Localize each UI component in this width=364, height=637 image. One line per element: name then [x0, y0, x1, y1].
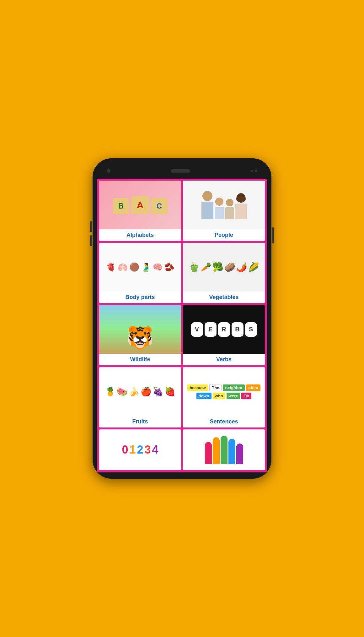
sensor-dot-2	[255, 170, 257, 172]
organ-kidney: 🫘	[164, 262, 174, 272]
sentences-cell[interactable]: because The neighbor often down who were…	[183, 367, 265, 427]
verb-letter-v: V	[191, 322, 203, 337]
bodyparts-label: Body parts	[99, 291, 181, 303]
organ-brain: 🧠	[153, 262, 163, 272]
organ-lungs: 🫁	[118, 262, 128, 272]
category-grid: B A C Alphabets	[97, 179, 267, 472]
alphabet-blocks: B A C	[113, 196, 168, 214]
front-camera	[107, 169, 110, 173]
block-b: B	[113, 198, 129, 214]
volume-down-button[interactable]	[90, 235, 92, 246]
word-neighbor: neighbor	[223, 384, 245, 391]
num-3: 3	[145, 443, 151, 456]
veg-broccoli: 🥦	[212, 262, 223, 272]
sensor-dot-1	[250, 170, 253, 172]
power-button[interactable]	[272, 227, 274, 243]
verb-letter-r: R	[218, 322, 230, 337]
speaker	[171, 169, 190, 173]
block-c: C	[151, 198, 168, 214]
family-group	[201, 191, 247, 219]
verbs-image: V E R B S	[183, 305, 265, 354]
volume-up-button[interactable]	[90, 221, 92, 232]
organ-heart: 🫀	[106, 262, 116, 272]
block-a: A	[131, 196, 149, 214]
wildlife-image: 🐯	[99, 305, 181, 354]
verbs-cell[interactable]: V E R B S Verbs	[183, 305, 265, 365]
phone-screen: B A C Alphabets	[97, 179, 267, 472]
vegetables-label: Vegetables	[183, 291, 265, 303]
fruits-label: Fruits	[99, 416, 181, 427]
wildlife-cell[interactable]: 🐯 Wildlife	[99, 305, 181, 365]
bodyparts-cell[interactable]: 🫀 🫁 🟤 🫃 🧠 🫘 Body parts	[99, 243, 181, 303]
organ-stomach: 🫃	[141, 262, 151, 272]
word-down: down	[196, 393, 211, 399]
people-cell[interactable]: People	[183, 181, 265, 241]
fruit-grapes: 🍇	[153, 386, 163, 397]
veg-pepper: 🫑	[189, 262, 200, 272]
person-child1	[215, 198, 224, 219]
finger-purple	[236, 444, 243, 464]
num-2: 2	[137, 443, 143, 456]
num-1: 1	[129, 443, 136, 456]
numbers-image: 0 1 2 3 4	[99, 429, 181, 470]
word-tags-container: because The neighbor often down who were…	[185, 384, 262, 399]
people-label: People	[183, 229, 265, 241]
phone-device: B A C Alphabets	[93, 158, 271, 479]
fruit-pineapple: 🍍	[105, 386, 116, 397]
veg-red-pepper: 🌶️	[236, 262, 247, 272]
colors-cell[interactable]	[183, 429, 265, 470]
fruit-apple: 🍎	[141, 386, 152, 397]
finger-green	[221, 436, 228, 464]
colors-image	[183, 429, 265, 470]
wildlife-label: Wildlife	[99, 354, 181, 365]
verb-letter-e: E	[205, 322, 217, 337]
word-the: The	[209, 384, 222, 391]
word-because: because	[187, 384, 208, 391]
fruit-watermelon: 🍉	[117, 386, 128, 397]
veg-carrot: 🥕	[201, 262, 211, 272]
veg-potato: 🥔	[224, 262, 235, 272]
vegetables-image: 🫑 🥕 🥦 🥔 🌶️ 🌽	[183, 243, 265, 291]
sentences-image: because The neighbor often down who were…	[183, 367, 265, 416]
tiger-icon: 🐯	[126, 325, 154, 351]
veg-corn: 🌽	[248, 262, 259, 272]
bodyparts-image: 🫀 🫁 🟤 🫃 🧠 🫘	[99, 243, 181, 291]
finger-blue	[228, 439, 235, 464]
phone-top-bar	[97, 165, 267, 177]
num-4: 4	[152, 443, 158, 456]
verb-letter-s: S	[245, 322, 257, 337]
person-mom	[235, 193, 247, 219]
finger-orange	[213, 437, 220, 464]
word-were: were	[227, 393, 240, 399]
word-who: who	[213, 393, 225, 399]
numbers-cell[interactable]: 0 1 2 3 4	[99, 429, 181, 470]
alphabets-image: B A C	[99, 181, 181, 229]
vegetables-cell[interactable]: 🫑 🥕 🥦 🥔 🌶️ 🌽 Vegetables	[183, 243, 265, 303]
fruit-banana: 🍌	[129, 386, 140, 397]
fruits-cell[interactable]: 🍍 🍉 🍌 🍎 🍇 🍓 Fruits	[99, 367, 181, 427]
colored-hand	[205, 436, 243, 464]
alphabets-label: Alphabets	[99, 229, 181, 241]
person-dad	[201, 191, 213, 219]
person-child2	[225, 199, 234, 219]
verbs-label: Verbs	[183, 354, 265, 365]
verb-letter-b: B	[232, 322, 244, 337]
finger-pink	[205, 442, 212, 464]
people-image	[183, 181, 265, 229]
num-0: 0	[122, 443, 128, 456]
fruit-strawberry: 🍓	[164, 386, 175, 397]
alphabets-cell[interactable]: B A C Alphabets	[99, 181, 181, 241]
word-often: often	[246, 384, 260, 391]
word-oh: Oh	[241, 393, 251, 399]
organ-liver: 🟤	[129, 262, 139, 272]
fruits-image: 🍍 🍉 🍌 🍎 🍇 🍓	[99, 367, 181, 416]
sentences-label: Sentences	[183, 416, 265, 427]
sensors	[250, 170, 257, 172]
